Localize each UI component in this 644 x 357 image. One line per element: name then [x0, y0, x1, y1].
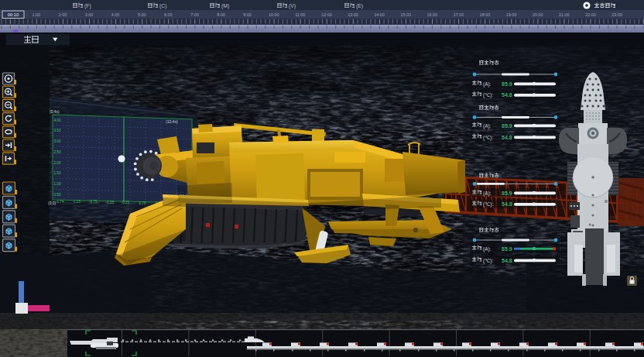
svg-text:4.00: 4.00: [54, 118, 61, 122]
svg-text:11:00: 11:00: [295, 12, 305, 17]
svg-text:54.8: 54.8: [502, 201, 512, 207]
svg-text:3:00: 3:00: [85, 12, 94, 17]
svg-text:(℃):: (℃):: [483, 258, 493, 264]
svg-text:15:00: 15:00: [400, 12, 411, 17]
svg-text:-0.75: -0.75: [89, 200, 98, 204]
svg-text:12:00: 12:00: [321, 12, 332, 17]
svg-text:(V): (V): [289, 3, 296, 9]
svg-text:-0.25: -0.25: [106, 201, 115, 204]
svg-text:1.50: 1.50: [54, 171, 61, 175]
svg-text:-1.25: -1.25: [73, 200, 81, 204]
svg-text:85.9: 85.9: [502, 81, 512, 87]
svg-text:16:00: 16:00: [427, 12, 438, 17]
svg-text:20:00: 20:00: [533, 12, 543, 17]
svg-text:2.50: 2.50: [54, 150, 61, 154]
svg-text:8:00: 8:00: [217, 12, 225, 17]
svg-text:1.00: 1.00: [54, 182, 61, 186]
svg-text:(0,4x): (0,4x): [50, 109, 60, 114]
svg-text:22:00: 22:00: [585, 12, 596, 17]
svg-text:5:00: 5:00: [138, 12, 146, 17]
svg-text:(℃):: (℃):: [483, 135, 493, 141]
svg-text:(A):: (A):: [483, 81, 492, 88]
svg-text:2.00: 2.00: [54, 161, 61, 165]
svg-text:10:00: 10:00: [269, 12, 279, 17]
svg-text:(0,0): (0,0): [48, 201, 57, 205]
svg-text:54.8: 54.8: [502, 258, 512, 263]
svg-text:4:00: 4:00: [111, 12, 120, 17]
svg-text:0.25: 0.25: [122, 201, 129, 204]
svg-text:18:00: 18:00: [480, 12, 491, 17]
svg-text:17:00: 17:00: [454, 12, 464, 17]
svg-text:2:00: 2:00: [59, 12, 67, 17]
svg-text:(F): (F): [84, 3, 91, 9]
svg-text:19:00: 19:00: [506, 12, 517, 17]
svg-text:0.75: 0.75: [139, 201, 146, 205]
svg-text:(E): (E): [356, 3, 363, 9]
svg-text:7:00: 7:00: [190, 12, 199, 17]
svg-text:14:00: 14:00: [374, 12, 385, 17]
svg-text:6:00: 6:00: [164, 12, 173, 17]
svg-text:54.8: 54.8: [502, 92, 512, 98]
svg-text:(℃):: (℃):: [483, 201, 493, 208]
svg-text:3.50: 3.50: [54, 129, 61, 132]
svg-text:9:00: 9:00: [243, 12, 252, 17]
svg-text:3.00: 3.00: [54, 139, 61, 143]
svg-text:13:00: 13:00: [348, 12, 358, 17]
svg-text:21:00: 21:00: [559, 12, 570, 17]
svg-text:(℃):: (℃):: [483, 92, 493, 98]
svg-text:00:10: 00:10: [8, 12, 19, 17]
svg-text:(A):: (A):: [483, 123, 492, 129]
svg-text:1:00: 1:00: [33, 12, 41, 17]
svg-text:(M): (M): [221, 3, 229, 9]
svg-text:85.9: 85.9: [502, 191, 512, 196]
svg-text:(C): (C): [159, 3, 166, 9]
svg-text:85.9: 85.9: [502, 123, 512, 129]
svg-text:85.9: 85.9: [502, 246, 512, 252]
svg-text:(A):: (A):: [483, 191, 492, 197]
svg-text:(A):: (A):: [483, 246, 492, 252]
svg-text:23:00: 23:00: [611, 12, 622, 17]
svg-text:-1.74: -1.74: [56, 200, 64, 204]
svg-text:(10,4x): (10,4x): [166, 119, 178, 124]
svg-text:54.8: 54.8: [502, 135, 512, 140]
svg-text:0.50: 0.50: [54, 193, 61, 197]
